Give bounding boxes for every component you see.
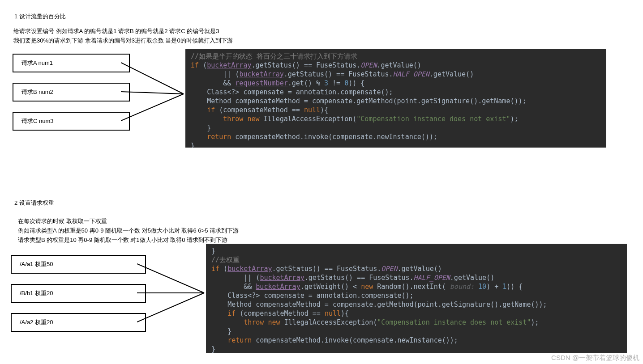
code1-l1: //如果是半开的状态 将百分之三十请求打入到下方请求 (191, 52, 357, 60)
code2-pre: } //去权重 if (bucketArray.getStatus() == F… (211, 246, 622, 353)
svg-line-3 (137, 264, 204, 293)
box-req-a-label: 请求A num1 (21, 59, 53, 67)
section2-desc-line1: 在每次请求的时候 取获取一下权重 (18, 217, 239, 226)
svg-line-0 (121, 63, 184, 94)
box-req-b: 请求B num2 (13, 83, 130, 102)
box-weight-a1-label: /A/a1 权重50 (20, 260, 53, 268)
code1-l2-if: if (191, 61, 199, 69)
code1-pre: //如果是半开的状态 将百分之三十请求打入到下方请求 if (bucketArr… (191, 52, 601, 148)
connectors-2 (137, 250, 209, 340)
svg-line-2 (121, 94, 184, 121)
svg-line-1 (121, 92, 184, 94)
watermark: CSDN @一架带着篮球的傻机 (551, 354, 639, 362)
box-weight-a2: /A/a2 权重20 (11, 313, 146, 332)
box-weight-b1: /B/b1 权重20 (11, 284, 146, 303)
svg-line-5 (137, 293, 204, 322)
code2-l1: //去权重 (211, 256, 240, 264)
section1-title: 1 设计流量的百分比 (14, 13, 66, 21)
box-weight-b1-label: /B/b1 权重20 (20, 289, 53, 297)
box-weight-a1: /A/a1 权重50 (11, 255, 146, 274)
code2-l2-if: if (211, 265, 219, 273)
box-weight-a2-label: /A/a2 权重20 (20, 318, 53, 326)
box-req-b-label: 请求B num2 (21, 88, 53, 96)
box-req-a: 请求A num1 (13, 54, 130, 72)
section2-title: 2 设置请求权重 (14, 199, 54, 207)
code-block-1: //如果是半开的状态 将百分之三十请求打入到下方请求 if (bucketArr… (185, 49, 606, 148)
section1-desc-line1: 给请求设置编号 例如请求A 的编号就是1 请求B 的编号就是2 请求C 的编号就… (13, 27, 233, 36)
box-req-c-label: 请求C num3 (21, 117, 54, 125)
section2-desc-line2: 例如请求类型A 的权重是50 再0-9 随机取一个数 对5做大小比对 取得6 6… (18, 226, 239, 236)
section1-desc-line2: 我们要把30%的请求到下游 拿着请求的编号对3进行取余数 当是0的时候就打入到下… (13, 36, 233, 46)
section2-desc: 在每次请求的时候 取获取一下权重 例如请求类型A 的权重是50 再0-9 随机取… (18, 217, 239, 245)
connectors-1 (121, 49, 188, 139)
code-block-2: } //去权重 if (bucketArray.getStatus() == F… (206, 244, 627, 353)
section1-desc: 给请求设置编号 例如请求A 的编号就是1 请求B 的编号就是2 请求C 的编号就… (13, 27, 233, 46)
page: 1 设计流量的百分比 给请求设置编号 例如请求A 的编号就是1 请求B 的编号就… (0, 0, 643, 364)
box-req-c: 请求C num3 (13, 112, 130, 131)
